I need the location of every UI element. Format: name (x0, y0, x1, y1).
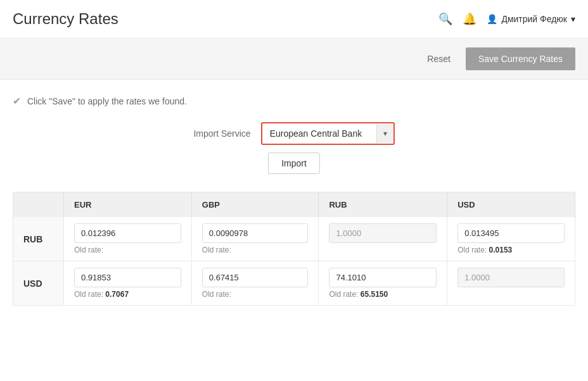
import-section: Import Service European Central Bank Oth… (13, 122, 575, 174)
import-button[interactable]: Import (268, 153, 320, 174)
rate-cell: Old rate: 0.7067 (64, 261, 192, 306)
rate-input[interactable] (74, 223, 181, 243)
user-menu[interactable]: 👤 Дмитрий Федюк ▾ (487, 14, 575, 24)
header-actions: 🔍 🔔 👤 Дмитрий Федюк ▾ (438, 12, 575, 26)
table-row: RUBOld rate:Old rate:Old rate: 0.0153 (13, 217, 575, 261)
search-icon[interactable]: 🔍 (438, 12, 452, 26)
rate-cell: Old rate: 65.5150 (319, 261, 447, 306)
rate-input[interactable] (202, 268, 309, 287)
rate-cell (319, 217, 447, 261)
old-rate-label: Old rate: 65.5150 (329, 290, 437, 299)
col-header-gbp: GBP (191, 192, 319, 218)
old-rate-label: Old rate: (74, 246, 181, 254)
cell-wrapper: Old rate: (202, 223, 309, 254)
save-button[interactable]: Save Currency Rates (466, 47, 575, 70)
rate-cell: Old rate: (64, 217, 192, 261)
rate-cell: Old rate: (191, 261, 319, 306)
page-header: Currency Rates 🔍 🔔 👤 Дмитрий Федюк ▾ (0, 0, 588, 39)
old-rate-label: Old rate: (202, 290, 309, 299)
user-name: Дмитрий Федюк (501, 14, 567, 24)
old-rate-label: Old rate: 0.0153 (457, 246, 565, 254)
col-header-empty (13, 192, 64, 218)
rate-input[interactable] (329, 268, 437, 287)
cell-wrapper: Old rate: (74, 223, 181, 254)
table-row: USDOld rate: 0.7067Old rate:Old rate: 65… (13, 261, 575, 306)
import-service-label: Import Service (193, 128, 250, 139)
rate-input (457, 268, 565, 287)
status-message: ✔ Click "Save" to apply the rates we fou… (13, 95, 575, 107)
reset-button[interactable]: Reset (419, 49, 458, 69)
toolbar: Reset Save Currency Rates (0, 39, 588, 80)
col-header-eur: EUR (64, 192, 192, 218)
cell-wrapper (329, 223, 437, 246)
user-dropdown-arrow: ▾ (571, 14, 575, 24)
table-header-row: EUR GBP RUB USD (13, 192, 575, 218)
col-header-usd: USD (447, 192, 575, 218)
cell-wrapper: Old rate: 65.5150 (329, 268, 437, 299)
row-currency-label: USD (13, 261, 64, 306)
currency-table: EUR GBP RUB USD RUBOld rate:Old rate:Old… (13, 192, 575, 306)
old-rate-label: Old rate: 0.7067 (74, 290, 181, 299)
main-content: ✔ Click "Save" to apply the rates we fou… (0, 80, 588, 321)
checkmark-icon: ✔ (13, 95, 21, 107)
rate-cell: Old rate: 0.0153 (447, 217, 575, 261)
import-row: Import Service European Central Bank Oth… (193, 122, 394, 145)
select-arrow-icon: ▾ (376, 124, 393, 143)
rate-input (329, 223, 437, 243)
bell-icon[interactable]: 🔔 (463, 12, 476, 26)
col-header-rub: RUB (319, 192, 447, 218)
cell-wrapper: Old rate: 0.7067 (74, 268, 181, 299)
old-rate-label: Old rate: (202, 246, 309, 254)
cell-wrapper (457, 268, 565, 290)
status-text: Click "Save" to apply the rates we found… (27, 96, 187, 106)
rate-input[interactable] (457, 223, 565, 243)
rate-input[interactable] (74, 268, 181, 287)
rate-cell (447, 261, 575, 306)
rate-input[interactable] (202, 223, 309, 243)
import-service-select[interactable]: European Central Bank Other Bank (262, 123, 376, 144)
cell-wrapper: Old rate: 0.0153 (457, 223, 565, 254)
row-currency-label: RUB (13, 217, 64, 261)
cell-wrapper: Old rate: (202, 268, 309, 299)
rate-cell: Old rate: (191, 217, 319, 261)
page-title: Currency Rates (13, 10, 118, 28)
import-service-select-wrapper[interactable]: European Central Bank Other Bank ▾ (261, 122, 395, 145)
user-icon: 👤 (487, 14, 497, 24)
